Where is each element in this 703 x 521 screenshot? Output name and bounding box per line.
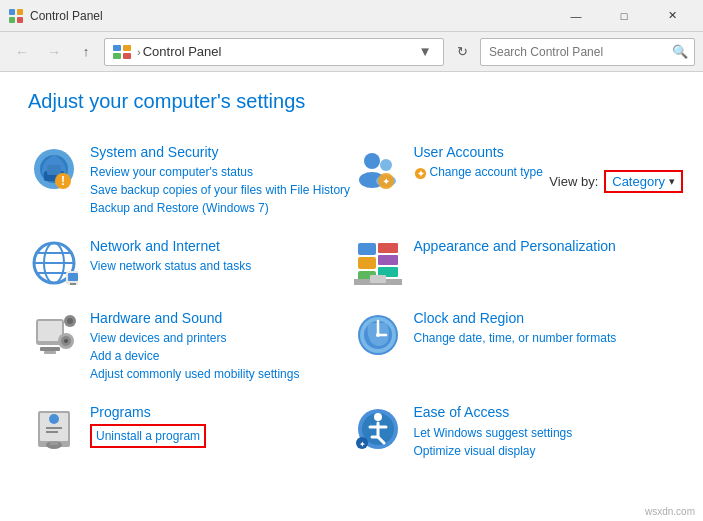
search-box[interactable]: 🔍 [480, 38, 695, 66]
category-clock-region[interactable]: Clock and Region Change date, time, or n… [352, 299, 676, 393]
hardware-sound-link-3[interactable]: Adjust commonly used mobility settings [90, 365, 352, 383]
svg-rect-29 [70, 283, 76, 285]
network-internet-link-1[interactable]: View network status and tasks [90, 257, 352, 275]
category-hardware-sound[interactable]: Hardware and Sound View devices and prin… [28, 299, 352, 393]
hardware-sound-content: Hardware and Sound View devices and prin… [90, 309, 352, 383]
ease-access-icon: ✦ [352, 403, 404, 455]
svg-rect-40 [38, 321, 62, 341]
clock-region-link-1[interactable]: Change date, time, or number formats [414, 329, 676, 347]
ease-access-content: Ease of Access Let Windows suggest setti… [414, 403, 676, 459]
svg-text:✦: ✦ [416, 169, 424, 179]
search-icon-button[interactable]: 🔍 [666, 38, 694, 66]
ease-access-link-2[interactable]: Optimize visual display [414, 442, 676, 460]
hardware-sound-title[interactable]: Hardware and Sound [90, 309, 352, 327]
clock-region-content: Clock and Region Change date, time, or n… [414, 309, 676, 347]
svg-rect-5 [123, 45, 131, 51]
svg-point-61 [374, 413, 382, 421]
address-cp-icon [113, 45, 131, 59]
svg-rect-1 [17, 9, 23, 15]
window-icon [8, 8, 24, 24]
address-field[interactable]: › Control Panel ▼ [104, 38, 444, 66]
close-button[interactable]: ✕ [649, 0, 695, 32]
appearance-icon [352, 237, 404, 289]
svg-point-16 [380, 159, 392, 171]
svg-rect-7 [123, 53, 131, 59]
system-security-icon: ! [28, 143, 80, 195]
svg-rect-11 [47, 165, 61, 175]
window-controls: — □ ✕ [553, 0, 695, 32]
system-security-content: System and Security Review your computer… [90, 143, 352, 217]
network-internet-content: Network and Internet View network status… [90, 237, 352, 275]
system-security-link-3[interactable]: Backup and Restore (Windows 7) [90, 199, 352, 217]
hardware-sound-link-1[interactable]: View devices and printers [90, 329, 352, 347]
breadcrumb-arrow: › [137, 46, 141, 58]
system-security-title[interactable]: System and Security [90, 143, 352, 161]
view-by-control: View by: Category ▾ [549, 170, 683, 193]
system-security-link-1[interactable]: Review your computer's status [90, 163, 352, 181]
svg-rect-6 [113, 53, 121, 59]
svg-rect-55 [46, 427, 62, 429]
category-programs[interactable]: Programs Uninstall a program [28, 393, 352, 469]
ease-access-link-1[interactable]: Let Windows suggest settings [414, 424, 676, 442]
svg-point-47 [64, 339, 68, 343]
system-security-link-2[interactable]: Save backup copies of your files with Fi… [90, 181, 352, 199]
category-ease-access[interactable]: ✦ Ease of Access Let Windows suggest set… [352, 393, 676, 469]
user-accounts-title[interactable]: User Accounts [414, 143, 676, 161]
clock-region-title[interactable]: Clock and Region [414, 309, 676, 327]
minimize-button[interactable]: — [553, 0, 599, 32]
svg-rect-38 [370, 275, 386, 283]
up-button[interactable]: ↑ [72, 38, 100, 66]
forward-button[interactable]: → [40, 38, 68, 66]
address-bar: ← → ↑ › Control Panel ▼ ↻ 🔍 [0, 32, 703, 72]
watermark: wsxdn.com [645, 506, 695, 517]
svg-point-14 [364, 153, 380, 169]
svg-rect-56 [46, 431, 58, 433]
programs-icon [28, 403, 80, 455]
svg-rect-0 [9, 9, 15, 15]
svg-rect-44 [44, 351, 56, 354]
programs-link-1[interactable]: Uninstall a program [90, 424, 206, 448]
svg-rect-4 [113, 45, 121, 51]
maximize-button[interactable]: □ [601, 0, 647, 32]
appearance-title[interactable]: Appearance and Personalization [414, 237, 676, 255]
refresh-button[interactable]: ↻ [448, 38, 476, 66]
view-by-label: View by: [549, 174, 598, 189]
category-network-internet[interactable]: Network and Internet View network status… [28, 227, 352, 299]
clock-region-icon [352, 309, 404, 361]
appearance-content: Appearance and Personalization [414, 237, 676, 257]
svg-rect-28 [68, 273, 78, 281]
svg-rect-34 [378, 255, 398, 265]
svg-text:✦: ✦ [382, 176, 390, 187]
svg-point-51 [376, 333, 380, 337]
svg-text:✦: ✦ [358, 440, 365, 449]
svg-rect-30 [358, 243, 376, 255]
address-dropdown-button[interactable]: ▼ [415, 38, 435, 66]
category-system-security[interactable]: ! System and Security Review your comput… [28, 133, 352, 227]
page-title: Adjust your computer's settings [28, 90, 675, 113]
hardware-sound-icon [28, 309, 80, 361]
hardware-sound-link-2[interactable]: Add a device [90, 347, 352, 365]
svg-rect-33 [378, 243, 398, 253]
category-appearance[interactable]: Appearance and Personalization [352, 227, 676, 299]
svg-rect-2 [9, 17, 15, 23]
search-input[interactable] [481, 45, 666, 59]
svg-rect-3 [17, 17, 23, 23]
svg-rect-43 [40, 347, 60, 351]
ease-access-title[interactable]: Ease of Access [414, 403, 676, 421]
svg-rect-58 [50, 441, 58, 445]
programs-title[interactable]: Programs [90, 403, 352, 421]
title-bar: Control Panel — □ ✕ [0, 0, 703, 32]
programs-content: Programs Uninstall a program [90, 403, 352, 447]
view-by-arrow: ▾ [669, 175, 675, 188]
window-title: Control Panel [30, 9, 553, 23]
network-internet-title[interactable]: Network and Internet [90, 237, 352, 255]
back-button[interactable]: ← [8, 38, 36, 66]
view-by-dropdown[interactable]: Category ▾ [604, 170, 683, 193]
view-by-value: Category [612, 174, 665, 189]
svg-point-42 [67, 318, 73, 324]
network-internet-icon [28, 237, 80, 289]
user-accounts-icon: ✦ [352, 143, 404, 195]
svg-text:!: ! [61, 174, 65, 188]
breadcrumb-text: Control Panel [143, 44, 415, 59]
svg-point-54 [49, 414, 59, 424]
